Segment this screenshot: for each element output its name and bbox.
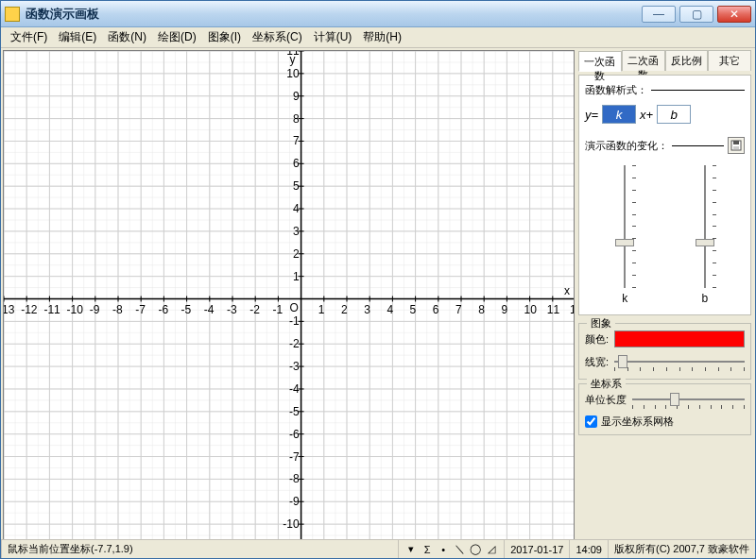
status-date: 2017-01-17 — [505, 540, 570, 558]
x-tick-label: 4 — [387, 303, 393, 316]
status-copyright: 版权所有(C) 2007,7 致豪软件 — [609, 540, 755, 558]
close-button[interactable]: ✕ — [717, 6, 751, 23]
unit-slider[interactable] — [632, 391, 745, 408]
titlebar: 函数演示画板 — ▢ ✕ — [1, 1, 755, 27]
y-tick-label: 6 — [283, 157, 300, 170]
tab-other[interactable]: 其它 — [708, 50, 751, 71]
y-tick-label: 10 — [283, 67, 300, 80]
x-tick-label: 6 — [433, 303, 439, 316]
x-tick-label: 1 — [318, 303, 325, 316]
y-tick-label: 4 — [283, 202, 300, 215]
y-tick-label: -6 — [283, 428, 300, 441]
tool-flag-icon[interactable]: ▾ — [404, 543, 418, 556]
y-tick-label: -4 — [283, 382, 300, 396]
y-tick-label: -2 — [283, 337, 300, 350]
eq-prefix: y= — [585, 108, 598, 122]
coord-legend: 坐标系 — [587, 377, 626, 391]
x-tick-label: -1 — [272, 303, 283, 316]
k-slider-label: k — [622, 292, 627, 305]
coord-group: 坐标系 单位长度 显示坐标系网格 — [578, 383, 751, 435]
grid-checkbox[interactable] — [585, 415, 597, 428]
y-tick-label: -10 — [283, 517, 300, 531]
y-tick-label: -7 — [283, 450, 300, 464]
linewidth-label: 线宽: — [585, 355, 609, 369]
tab-linear[interactable]: 一次函数 — [578, 51, 622, 72]
equation-row: y= x+ — [585, 105, 745, 124]
image-group: 图象 颜色: 线宽: — [578, 323, 751, 380]
x-tick-label: -2 — [249, 303, 260, 316]
x-tick-label: -8 — [112, 303, 123, 316]
b-slider[interactable] — [694, 165, 716, 288]
svg-rect-196 — [733, 146, 739, 149]
menubar: 文件(F) 编辑(E) 函数(N) 绘图(D) 图象(I) 坐标系(C) 计算(… — [1, 27, 755, 48]
x-tick-label: -4 — [204, 303, 215, 316]
x-tick-label: -10 — [67, 303, 83, 316]
tool-sigma-icon[interactable]: Σ — [421, 543, 434, 556]
x-tick-label: -9 — [90, 303, 100, 316]
tool-circle-icon[interactable]: ◯ — [469, 543, 482, 556]
y-tick-label: 5 — [283, 179, 300, 193]
menu-help[interactable]: 帮助(H) — [357, 27, 407, 47]
formula-heading: 函数解析式： — [585, 83, 647, 97]
y-tick-label: -9 — [283, 495, 300, 508]
grid-checkbox-row[interactable]: 显示坐标系网格 — [585, 411, 745, 429]
menu-edit[interactable]: 编辑(E) — [53, 27, 102, 47]
x-tick-label: 7 — [455, 303, 462, 316]
b-slider-label: b — [701, 292, 708, 305]
menu-file[interactable]: 文件(F) — [5, 27, 53, 47]
tool-line-icon[interactable]: ＼ — [453, 543, 466, 556]
y-tick-label: 1 — [283, 270, 300, 283]
unit-label: 单位长度 — [585, 393, 627, 407]
svg-rect-195 — [733, 141, 739, 144]
tab-inverse[interactable]: 反比例 — [665, 50, 709, 71]
x-tick-label: -12 — [21, 303, 37, 316]
y-tick-label: -8 — [283, 472, 300, 485]
statusbar: 鼠标当前位置坐标(-7.7,1.9) ▾ Σ • ＼ ◯ ◿ 2017-01-1… — [1, 539, 755, 558]
x-tick-label: 8 — [478, 303, 485, 316]
menu-draw[interactable]: 绘图(D) — [152, 27, 202, 47]
demo-heading: 演示函数的变化： — [585, 139, 668, 153]
b-input[interactable] — [657, 105, 691, 124]
x-tick-label: -11 — [43, 303, 60, 316]
window-title: 函数演示画板 — [26, 6, 642, 23]
x-tick-label: 2 — [341, 303, 348, 316]
status-mouse: 鼠标当前位置坐标(-7.7,1.9) — [1, 540, 399, 558]
tool-angle-icon[interactable]: ◿ — [485, 543, 498, 556]
x-tick-label: 5 — [410, 303, 417, 316]
k-slider[interactable] — [613, 165, 636, 288]
x-tick-label: 12 — [570, 303, 575, 316]
y-tick-label: 9 — [283, 90, 300, 103]
menu-func[interactable]: 函数(N) — [102, 27, 152, 47]
save-icon[interactable] — [728, 137, 745, 154]
side-panel: 一次函数 二次函数 反比例 其它 函数解析式： y= x+ 演示函数的变化： — [575, 48, 755, 539]
grid-checkbox-label: 显示坐标系网格 — [601, 415, 674, 429]
x-tick-label: 11 — [547, 303, 559, 316]
y-tick-label: -1 — [283, 314, 300, 328]
menu-graph[interactable]: 图象(I) — [202, 27, 247, 47]
x-tick-label: -6 — [158, 303, 168, 316]
tool-point-icon[interactable]: • — [437, 543, 450, 556]
status-tools: ▾ Σ • ＼ ◯ ◿ — [399, 540, 505, 558]
tab-quadratic[interactable]: 二次函数 — [622, 50, 665, 71]
status-time: 14:09 — [570, 540, 609, 558]
x-tick-label: 10 — [524, 303, 537, 316]
linewidth-slider[interactable] — [614, 353, 745, 370]
image-legend: 图象 — [587, 316, 615, 330]
y-tick-label: 11 — [283, 50, 300, 58]
menu-calc[interactable]: 计算(U) — [308, 27, 358, 47]
origin-label: O — [290, 301, 299, 314]
x-axis-label: x — [564, 284, 570, 297]
minimize-button[interactable]: — — [642, 6, 676, 23]
k-input[interactable] — [602, 105, 636, 124]
app-window: 函数演示画板 — ▢ ✕ 文件(F) 编辑(E) 函数(N) 绘图(D) 图象(… — [0, 0, 756, 559]
tab-bar: 一次函数 二次函数 反比例 其它 — [578, 50, 751, 71]
maximize-button[interactable]: ▢ — [679, 6, 713, 23]
eq-mid: x+ — [640, 108, 653, 122]
content-area: y x O -13-12-11-10-9-8-7-6-5-4-3-2-11234… — [1, 48, 755, 539]
y-tick-label: 8 — [283, 112, 300, 126]
y-tick-label: 7 — [283, 134, 300, 147]
menu-coord[interactable]: 坐标系(C) — [247, 27, 308, 47]
color-swatch[interactable] — [614, 330, 745, 347]
x-tick-label: -13 — [3, 303, 14, 316]
graph-canvas[interactable]: y x O -13-12-11-10-9-8-7-6-5-4-3-2-11234… — [3, 50, 575, 539]
